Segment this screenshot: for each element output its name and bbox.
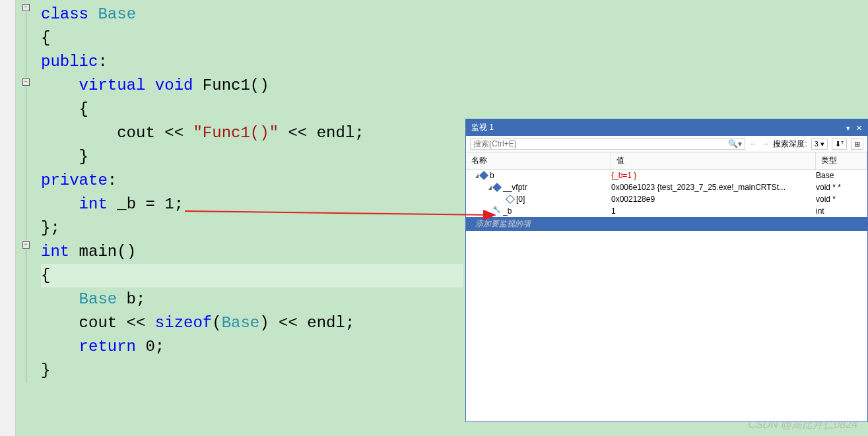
watch-titlebar[interactable]: 监视 1 ▾ ✕ bbox=[466, 119, 867, 136]
watch-title-text: 监视 1 bbox=[471, 122, 494, 133]
cube-icon bbox=[492, 183, 502, 192]
watch-var-type: void * bbox=[816, 195, 867, 204]
fold-toggle[interactable]: − bbox=[22, 4, 30, 11]
watch-var-value: 0x006e1023 {test_2023_7_25.exe!_mainCRTS… bbox=[611, 183, 816, 192]
search-input[interactable] bbox=[473, 139, 728, 148]
wrench-icon bbox=[494, 208, 500, 214]
depth-label: 搜索深度: bbox=[773, 139, 807, 150]
watch-var-name: b bbox=[490, 171, 494, 180]
code-line[interactable]: public: bbox=[41, 50, 868, 74]
toolbar-btn-2[interactable]: ⊞ bbox=[851, 139, 863, 150]
dropdown-icon[interactable]: ▾ bbox=[846, 124, 850, 132]
code-line[interactable]: { bbox=[41, 264, 463, 288]
search-input-wrap: 🔍▾ bbox=[470, 138, 745, 150]
col-header-value[interactable]: 值 bbox=[611, 152, 816, 169]
watch-panel: 监视 1 ▾ ✕ 🔍▾ ← → 搜索深度: 3 ▾ ⬇ᵀ ⊞ 名称 值 类型 ◢… bbox=[465, 119, 868, 422]
watch-var-value: 0x002128e9 bbox=[611, 195, 816, 204]
watch-row[interactable]: _b1int bbox=[466, 205, 867, 217]
watch-var-name: [0] bbox=[516, 195, 525, 204]
depth-value[interactable]: 3 ▾ bbox=[811, 139, 828, 150]
watch-var-value: {_b=1 } bbox=[611, 171, 816, 180]
code-line[interactable]: { bbox=[41, 98, 868, 121]
watch-row[interactable]: ◢b{_b=1 }Base bbox=[466, 170, 867, 181]
watch-row[interactable]: ◢__vfptr0x006e1023 {test_2023_7_25.exe!_… bbox=[466, 181, 867, 193]
col-header-name[interactable]: 名称 bbox=[466, 152, 611, 169]
nav-next-icon[interactable]: → bbox=[761, 139, 769, 148]
watch-var-type: Base bbox=[816, 171, 867, 180]
line-gutter bbox=[0, 0, 16, 436]
col-header-type[interactable]: 类型 bbox=[816, 152, 867, 169]
watch-var-name: __vfptr bbox=[503, 183, 527, 192]
fold-toggle[interactable]: − bbox=[22, 78, 30, 86]
cube-outline-icon bbox=[506, 195, 515, 204]
fold-gutter: − − − bbox=[16, 0, 36, 436]
close-icon[interactable]: ✕ bbox=[856, 124, 862, 132]
code-line[interactable]: virtual void Func1() bbox=[41, 74, 868, 98]
watch-row[interactable]: [0]0x002128e9void * bbox=[466, 193, 867, 205]
code-line[interactable]: { bbox=[41, 26, 868, 50]
watch-var-type: void * * bbox=[816, 183, 867, 192]
code-line[interactable]: class Base bbox=[41, 3, 868, 26]
nav-prev-icon[interactable]: ← bbox=[749, 139, 757, 148]
watch-columns: 名称 值 类型 bbox=[466, 152, 867, 170]
fold-toggle[interactable]: − bbox=[22, 241, 30, 249]
watch-var-value: 1 bbox=[611, 206, 816, 216]
toolbar-btn-1[interactable]: ⬇ᵀ bbox=[832, 139, 847, 150]
watch-toolbar: 🔍▾ ← → 搜索深度: 3 ▾ ⬇ᵀ ⊞ bbox=[466, 136, 867, 152]
search-icon[interactable]: 🔍▾ bbox=[728, 139, 742, 148]
cube-icon bbox=[479, 171, 488, 180]
watch-rows: ◢b{_b=1 }Base◢__vfptr0x006e1023 {test_20… bbox=[466, 170, 867, 231]
watch-var-name: _b bbox=[503, 206, 512, 216]
watch-var-type: int bbox=[816, 206, 867, 216]
add-watch-item[interactable]: 添加要监视的项 bbox=[466, 217, 867, 231]
